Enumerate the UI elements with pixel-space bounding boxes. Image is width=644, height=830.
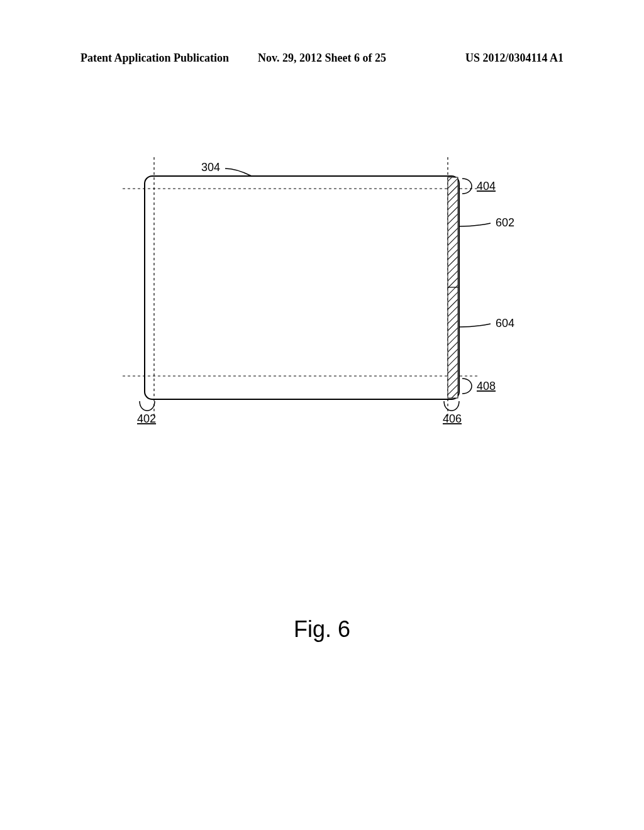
figure-caption: Fig. 6 [0, 616, 644, 643]
display-rect-304 [145, 176, 459, 399]
header-center: Nov. 29, 2012 Sheet 6 of 25 [258, 52, 386, 65]
ref-602-leader [459, 223, 491, 226]
ref-402-bracket [140, 401, 155, 411]
region-604 [448, 287, 458, 398]
ref-604-label: 604 [496, 317, 514, 329]
ref-404-label: 404 [477, 180, 496, 192]
ref-304-label: 304 [201, 161, 220, 174]
header-right: US 2012/0304114 A1 [465, 52, 564, 65]
ref-406-label: 406 [443, 412, 462, 425]
figure-svg: 304 404 602 604 408 402 406 [101, 151, 553, 434]
ref-304-leader [225, 169, 252, 176]
ref-406-bracket [444, 401, 459, 411]
ref-404-bracket [462, 179, 472, 194]
header-left: Patent Application Publication [80, 52, 229, 65]
ref-408-label: 408 [477, 380, 496, 392]
ref-602-label: 602 [496, 216, 514, 229]
figure-6: 304 404 602 604 408 402 406 [101, 151, 553, 434]
patent-page: Patent Application Publication Nov. 29, … [0, 0, 644, 830]
ref-604-leader [459, 324, 491, 327]
ref-402-label: 402 [137, 412, 156, 425]
ref-408-bracket [462, 379, 472, 394]
region-602 [448, 177, 458, 287]
